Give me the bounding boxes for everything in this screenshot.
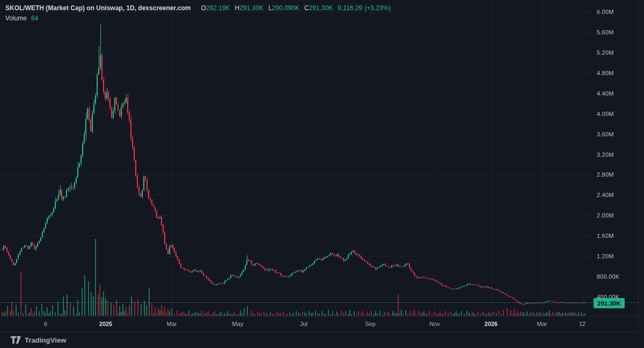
x-axis-label: Mar: [167, 321, 177, 327]
change-absolute: 9,116.29: [338, 4, 362, 12]
y-axis-label: 4.80M: [597, 70, 614, 76]
y-axis-label: 2.00M: [597, 212, 614, 219]
y-axis-label: 3.60M: [597, 131, 614, 137]
chart-legend: SKOL/WETH (Market Cap) on Uniswap, 1D, d…: [5, 3, 391, 24]
widget-right-border: [638, 0, 639, 332]
symbol-title[interactable]: SKOL/WETH (Market Cap) on Uniswap, 1D, d…: [5, 4, 191, 12]
x-axis-label: 12: [579, 321, 586, 327]
tradingview-logo-text[interactable]: TradingView: [25, 336, 66, 344]
chart-page: { "legend": { "title": "SKOL/WETH (Marke…: [0, 0, 644, 348]
volume-label[interactable]: Volume: [5, 15, 27, 22]
y-axis-label: 1.60M: [597, 233, 614, 239]
y-axis-label: 5.60M: [597, 29, 614, 35]
y-axis-label: 4.00M: [597, 111, 614, 117]
x-axis-label: Nov: [429, 321, 440, 327]
y-axis-label: 2.80M: [597, 171, 614, 178]
open-value: 282.19K: [206, 4, 230, 12]
attribution-bar: TradingView: [11, 334, 66, 346]
x-axis-label: 2026: [485, 321, 497, 327]
x-axis-label: Jul: [300, 321, 308, 327]
x-axis-label: Mar: [537, 321, 547, 327]
high-label: H: [235, 4, 239, 12]
y-axis-label: 3.20M: [597, 151, 614, 158]
time-axis[interactable]: 62025MarMayJulSepNov2026Mar12: [0, 316, 639, 331]
low-label: L: [268, 4, 272, 12]
y-axis-label: 2.40M: [597, 192, 614, 198]
y-axis-label: 4.40M: [597, 90, 614, 97]
y-axis-label: 5.20M: [597, 49, 614, 56]
high-value: 291.30K: [239, 4, 264, 12]
widget-bottom-border: [0, 331, 639, 332]
x-axis-label: 2025: [99, 321, 112, 327]
change-percent: (+3.23%): [364, 4, 391, 12]
price-axis[interactable]: 6.00M5.60M5.20M4.80M4.40M4.00M3.60M3.20M…: [588, 0, 638, 316]
legend-symbol-line: SKOL/WETH (Market Cap) on Uniswap, 1D, d…: [5, 3, 391, 13]
x-axis-label: Sep: [365, 321, 376, 327]
tradingview-logo-icon[interactable]: [11, 336, 21, 344]
close-value: 291.30K: [309, 4, 333, 12]
current-price-label: 291.30K: [594, 298, 625, 308]
current-price-value: 291.30K: [597, 300, 620, 307]
open-label: O: [201, 4, 206, 12]
x-axis-label: 6: [44, 321, 47, 327]
y-axis-label: 6.00M: [597, 9, 614, 15]
close-label: C: [304, 4, 309, 12]
price-chart-canvas[interactable]: [0, 0, 639, 316]
volume-value: 64: [31, 15, 38, 22]
legend-volume-line: Volume64: [5, 13, 391, 24]
low-value: 290.090K: [272, 4, 299, 12]
y-axis-label: 800.00K: [597, 273, 619, 280]
y-axis-label: 1.20M: [597, 253, 614, 259]
x-axis-label: May: [232, 321, 244, 327]
